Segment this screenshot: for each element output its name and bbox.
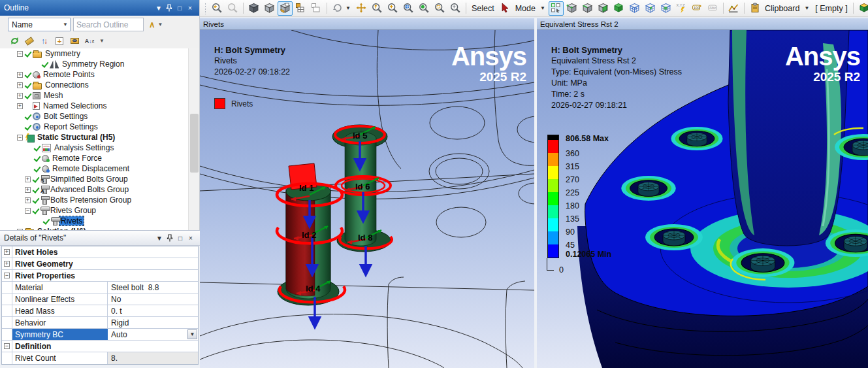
expander-icon[interactable]: − xyxy=(4,343,10,349)
tree-scrollbar-thumb[interactable] xyxy=(190,114,199,173)
viewport-stress-canvas[interactable]: H: Bolt Symmetry Equivalent Stress Rst 2… xyxy=(537,30,868,368)
edge-filter-button[interactable] xyxy=(580,1,595,16)
tree-item-named-selections[interactable]: +Named Selections xyxy=(0,101,189,111)
outline-maximize-icon[interactable]: □ xyxy=(174,3,185,13)
vertex-filter-button[interactable] xyxy=(564,1,579,16)
rotate-dropdown-icon[interactable]: ▼ xyxy=(346,5,351,11)
viewport-rivets-canvas[interactable]: Id 5 Id 6 Id 8 xyxy=(200,30,534,368)
tree-item-bolt-settings[interactable]: Bolt Settings xyxy=(0,111,189,122)
tree-scrollbar[interactable] xyxy=(188,48,199,230)
collapse-search-icon[interactable]: ∧ xyxy=(149,20,155,29)
toolbar-drag-handle[interactable] xyxy=(204,3,207,14)
tree-item-mesh[interactable]: +Mesh xyxy=(0,90,189,101)
sort-icon[interactable]: ↑↓ xyxy=(39,36,50,46)
element-filter-button[interactable] xyxy=(658,1,673,16)
details-pin-icon[interactable] xyxy=(165,233,175,243)
material-value[interactable]: Steel bolt 8.8 xyxy=(108,282,198,293)
head-mass-value[interactable]: 0. t xyxy=(108,305,198,316)
magnifier-button[interactable] xyxy=(448,1,463,16)
outline-close-icon[interactable]: × xyxy=(185,3,195,13)
expander-icon[interactable]: + xyxy=(17,82,23,88)
tree-item-bolts-pretension-group[interactable]: +Bolts Pretension Group xyxy=(0,195,189,205)
expander-icon[interactable]: + xyxy=(4,261,10,267)
mode-dropdown[interactable]: Mode▼ xyxy=(498,1,548,16)
viewport-single-button[interactable] xyxy=(309,1,324,16)
eraser-icon[interactable] xyxy=(24,36,35,46)
nonlinear-effects-value[interactable]: No xyxy=(108,293,198,305)
tree-item-analysis-settings[interactable]: Analysis Settings xyxy=(0,142,189,153)
tree-item-report-settings[interactable]: Report Settings xyxy=(0,122,189,132)
rotate-button[interactable]: ▼ xyxy=(330,1,353,16)
expander-icon[interactable]: + xyxy=(17,103,23,109)
refresh-icon[interactable] xyxy=(9,36,20,46)
pan-button[interactable] xyxy=(354,1,369,16)
symmetry-bc-value[interactable]: Auto▼ xyxy=(108,329,198,340)
outline-menu-icon[interactable]: ▼ xyxy=(153,3,164,13)
behavior-value[interactable]: Rigid xyxy=(108,317,198,328)
tree-item-rivets[interactable]: Rivets xyxy=(0,216,189,226)
zoom-button[interactable] xyxy=(370,1,385,16)
expander-icon[interactable]: + xyxy=(25,176,31,182)
coordinates-button[interactable]: X,Y,Z xyxy=(674,1,689,16)
viewport-stress-tab[interactable]: Equivalent Stress Rst 2 xyxy=(537,18,868,30)
zoom-in-button[interactable] xyxy=(385,1,400,16)
expand-all-icon[interactable]: + xyxy=(54,36,65,46)
viewport-rivets-tab[interactable]: Rivets xyxy=(200,18,534,30)
category-row-rivet-properties[interactable]: −Rivet Properties xyxy=(2,270,198,282)
expander-icon[interactable]: − xyxy=(17,51,23,57)
expander-icon[interactable]: − xyxy=(25,208,31,214)
extend-dropdown[interactable]: Extend▼ xyxy=(856,1,868,16)
unit-label-button[interactable]: 100 xyxy=(690,1,705,16)
next-view-button[interactable] xyxy=(225,1,240,16)
tree-item-symmetry[interactable]: −Symmetry xyxy=(0,48,189,59)
expander-icon[interactable]: + xyxy=(4,249,10,255)
viewport-layout-button[interactable] xyxy=(293,1,308,16)
select-mode-button[interactable] xyxy=(549,1,564,16)
shaded-exterior-button[interactable] xyxy=(246,1,261,16)
wireframe-view-button[interactable] xyxy=(262,1,277,16)
category-row-definition[interactable]: −Definition xyxy=(2,341,198,352)
section-plane-button[interactable] xyxy=(278,1,293,16)
previous-view-button[interactable] xyxy=(210,1,225,16)
expander-icon[interactable]: + xyxy=(17,72,23,78)
details-menu-icon[interactable]: ▼ xyxy=(154,233,165,243)
outline-pin-icon[interactable] xyxy=(164,3,174,13)
box-zoom-button[interactable] xyxy=(432,1,447,16)
outline-tools-overflow-icon[interactable]: ▼ xyxy=(99,38,104,44)
tree-item-connections[interactable]: +Connections xyxy=(0,80,189,90)
details-pane-header[interactable]: Details of "Rivets" ▼ □ × xyxy=(0,230,200,246)
sort-az-icon[interactable]: A↓z xyxy=(84,36,95,46)
search-input[interactable] xyxy=(73,18,144,31)
filter-field-combo[interactable]: Name ▼ xyxy=(8,18,71,31)
expander-icon[interactable]: − xyxy=(4,273,10,278)
tree-item-remote-displacement[interactable]: Remote Displacement xyxy=(0,163,189,174)
expander-icon[interactable]: + xyxy=(25,187,31,193)
expander-icon[interactable]: + xyxy=(17,93,23,99)
face-filter-button[interactable] xyxy=(596,1,611,16)
body-filter-button[interactable] xyxy=(611,1,626,16)
category-row-rivet-holes[interactable]: +Rivet Holes xyxy=(2,246,198,258)
tree-item-simplified-bolts-group[interactable]: +Simplified Bolts Group xyxy=(0,174,189,184)
expander-icon[interactable]: − xyxy=(17,135,23,141)
node-filter-button[interactable] xyxy=(627,1,642,16)
chart-button[interactable] xyxy=(726,1,741,16)
symmetry-bc-dropdown-icon[interactable]: ▼ xyxy=(187,329,197,339)
clipboard-dropdown[interactable]: Clipboard▼ xyxy=(747,1,812,16)
tree-item-remote-force[interactable]: Remote Force xyxy=(0,153,189,163)
outline-pane-header[interactable]: Outline ▼ □ × xyxy=(0,0,199,16)
tree-item-remote-points[interactable]: +Remote Points xyxy=(0,69,189,80)
zoom-fit-button[interactable] xyxy=(401,1,416,16)
tree-item-rivets-group[interactable]: −Rivets Group xyxy=(0,205,189,216)
category-row-rivet-geometry[interactable]: +Rivet Geometry xyxy=(2,258,198,270)
details-close-icon[interactable]: × xyxy=(185,233,196,243)
tree-item-symmetry-region[interactable]: Symmetry Region xyxy=(0,59,189,69)
tree-item-advanced-bolts-group[interactable]: +Advanced Bolts Group xyxy=(0,184,189,195)
zoom-to-selection-button[interactable] xyxy=(417,1,432,16)
search-options-icon[interactable]: ▼ xyxy=(158,22,163,27)
details-maximize-icon[interactable]: □ xyxy=(175,233,185,243)
element-face-filter-button[interactable] xyxy=(643,1,658,16)
annotation-button[interactable]: Abc xyxy=(705,1,720,16)
expander-icon[interactable]: + xyxy=(25,197,31,203)
tree-item-static-structural[interactable]: −Static Structural (H5) xyxy=(0,132,189,142)
filter-folder-icon[interactable] xyxy=(69,36,80,46)
